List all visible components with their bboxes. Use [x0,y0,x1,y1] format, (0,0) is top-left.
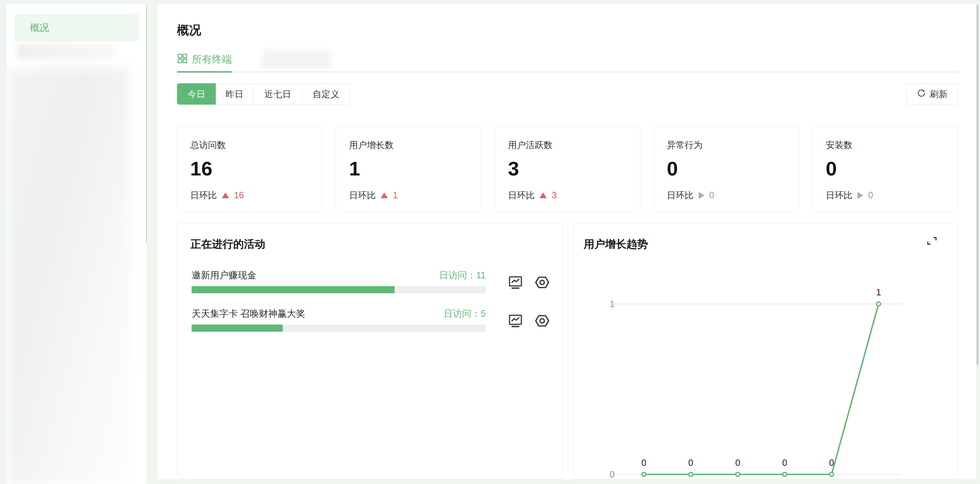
svg-text:0: 0 [610,470,615,479]
compare-label: 日环比 [508,189,535,201]
sidebar-item-redacted[interactable] [16,44,115,59]
page-scrollbar[interactable] [977,5,978,365]
tab-track [177,71,958,73]
chart-monitor-icon[interactable] [507,274,524,291]
stat-label: 异常行为 [667,139,799,151]
delta-value: 16 [234,190,244,200]
dashboard-page: 概况 概况 所有终端 [0,0,980,484]
delta-value: 1 [393,190,398,200]
user-growth-trend-panel: 用户增长趋势 01000001 [573,223,958,479]
svg-text:1: 1 [876,287,881,297]
filter-row: 今日 昨日 近七日 自定义 刷新 [177,83,958,105]
compare-label: 日环比 [349,189,376,201]
stat-label: 总访问数 [190,139,322,151]
stat-cards-row: 总访问数 16 日环比 16 用户增长数 1 日环比 1 用户活跃数 [177,126,958,212]
refresh-label: 刷新 [930,88,948,100]
stat-compare: 日环比 0 [667,189,799,201]
activity-daily-visits: 日访问：5 [192,308,486,320]
date-range-group: 今日 昨日 近七日 自定义 [177,83,350,105]
activity-progress-fill [192,325,283,332]
refresh-icon [916,88,926,100]
settings-hexagon-icon[interactable] [534,313,550,329]
stat-label: 用户增长数 [349,139,481,151]
tab-all-terminals[interactable]: 所有终端 [177,53,232,66]
stat-card-total-visits: 总访问数 16 日环比 16 [177,126,322,212]
activity-actions [507,274,550,291]
delta-value: 0 [710,190,714,200]
svg-text:0: 0 [782,458,787,468]
chart-monitor-icon[interactable] [507,313,524,329]
stat-compare: 日环比 0 [826,189,958,201]
compare-label: 日环比 [826,189,853,201]
delta-value: 0 [868,190,873,200]
filter-last7days-button[interactable]: 近七日 [253,83,302,105]
tab-label: 所有终端 [192,53,232,66]
stat-value: 3 [508,159,640,179]
stat-compare: 日环比 3 [508,189,640,201]
stat-value: 0 [826,159,958,179]
delta-value: 3 [552,190,557,200]
sidebar: 概况 [6,3,147,484]
filter-yesterday-button[interactable]: 昨日 [216,83,253,105]
stat-value: 0 [667,159,799,179]
trend-marker-icon [381,192,388,198]
activity-actions [507,313,550,329]
panels-row: 正在进行的活动 邀新用户赚现金 日访问：11 [177,223,958,479]
svg-text:1: 1 [610,299,615,309]
trend-marker-icon [222,192,229,198]
svg-text:0: 0 [829,458,834,468]
sidebar-item-label: 概况 [30,21,49,34]
stat-card-installs: 安装数 0 日环比 0 [813,126,958,212]
sidebar-item-overview[interactable]: 概况 [14,14,139,42]
refresh-button[interactable]: 刷新 [906,83,958,105]
compare-label: 日环比 [190,189,217,201]
sidebar-scrollbar[interactable] [146,5,147,244]
stat-value: 16 [190,159,322,179]
activity-daily-visits: 日访问：11 [192,269,486,281]
stat-label: 安装数 [826,139,958,151]
panel-title: 正在进行的活动 [191,237,265,252]
sidebar-redacted-content [8,68,131,484]
compare-label: 日环比 [667,189,694,201]
trend-marker-icon [699,192,705,199]
main-content: 概况 所有终端 今日 昨日 近七日 [158,3,976,479]
stat-card-user-growth: 用户增长数 1 日环比 1 [336,126,481,212]
grid-icon [177,53,188,66]
activity-progress-bar [192,325,486,332]
filter-custom-button[interactable]: 自定义 [302,83,350,105]
stat-value: 1 [349,159,481,179]
activity-progress-bar [192,286,486,293]
stat-label: 用户活跃数 [508,139,640,151]
tab-redacted[interactable] [262,50,331,69]
trend-marker-icon [858,192,863,199]
svg-text:0: 0 [735,458,740,468]
stat-compare: 日环比 1 [349,189,481,201]
stat-card-active-users: 用户活跃数 3 日环比 3 [495,126,640,212]
stat-card-abnormal-behavior: 异常行为 0 日环比 0 [654,126,799,212]
filter-today-button[interactable]: 今日 [177,83,216,105]
settings-hexagon-icon[interactable] [534,274,550,291]
svg-text:0: 0 [688,458,693,468]
tab-active-underline [177,71,232,73]
page-title: 概况 [177,22,201,38]
terminal-tabs: 所有终端 [177,46,958,73]
user-growth-line-chart: 01000001 [574,224,958,479]
stat-compare: 日环比 16 [190,189,322,201]
svg-text:0: 0 [641,458,646,468]
trend-marker-icon [539,192,547,198]
activity-progress-fill [192,286,395,293]
ongoing-activities-panel: 正在进行的活动 邀新用户赚现金 日访问：11 [177,223,563,479]
